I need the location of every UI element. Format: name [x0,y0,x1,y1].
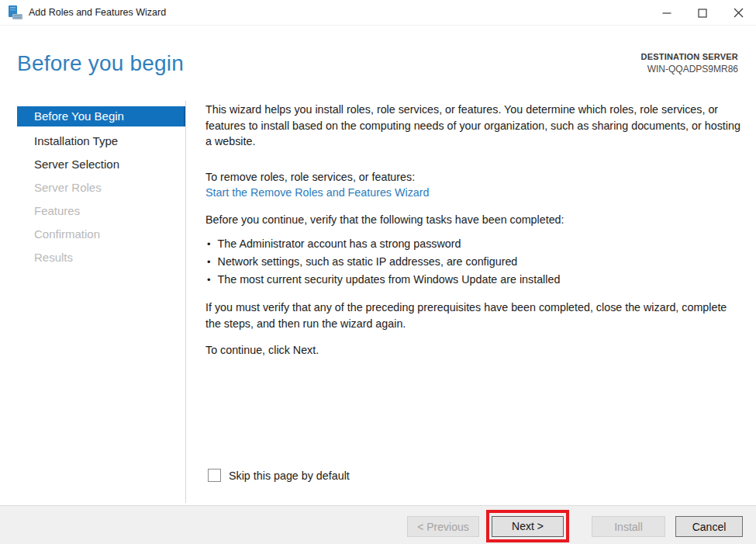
skip-page-row[interactable]: Skip this page by default [208,469,350,482]
verify-intro-text: Before you continue, verify that the fol… [205,212,742,228]
window-controls [649,0,756,26]
add-roles-features-wizard-window: Add Roles and Features Wizard Before you… [0,0,756,544]
skip-page-checkbox-label[interactable]: Skip this page by default [229,470,350,482]
sidebar-item-installation-type[interactable]: Installation Type [17,130,186,153]
install-button[interactable]: Install [592,516,665,537]
wizard-steps-sidebar: Before You Begin Installation Type Serve… [17,106,186,269]
cancel-button[interactable]: Cancel [675,516,743,537]
maximize-icon [698,9,707,18]
sidebar-divider [185,101,186,503]
remove-intro-text: To remove roles, role services, or featu… [205,169,742,185]
titlebar: Add Roles and Features Wizard [0,0,756,26]
next-button[interactable]: Next > [492,516,564,537]
sidebar-item-features: Features [17,199,186,223]
sidebar-item-server-selection[interactable]: Server Selection [17,153,186,176]
skip-page-checkbox[interactable] [208,469,221,482]
prerequisite-task-list: The Administrator account has a strong p… [205,235,742,289]
next-button-highlight: Next > [486,510,569,542]
sidebar-item-server-roles: Server Roles [17,176,186,199]
task-item-updates: The most current security updates from W… [205,271,742,289]
minimize-button[interactable] [649,0,685,26]
remove-roles-features-link[interactable]: Start the Remove Roles and Features Wiza… [205,186,429,199]
continue-hint: To continue, click Next. [205,342,742,359]
previous-button[interactable]: < Previous [407,516,479,537]
sidebar-item-confirmation: Confirmation [17,223,186,246]
close-icon [734,8,744,18]
destination-server-block: DESTINATION SERVER WIN-QQADPS9MR86 [641,52,738,74]
close-button[interactable] [720,0,756,26]
intro-paragraph: This wizard helps you install roles, rol… [205,102,742,150]
minimize-icon [662,9,671,18]
wizard-footer: < Previous Next > Install Cancel [0,505,756,544]
page-title: Before you begin [17,51,184,76]
sidebar-item-before-you-begin[interactable]: Before You Begin [17,106,186,126]
window-title: Add Roles and Features Wizard [29,7,166,18]
task-item-password: The Administrator account has a strong p… [205,235,742,253]
maximize-button[interactable] [685,0,720,26]
server-manager-app-icon [7,5,23,21]
note-paragraph: If you must verify that any of the prece… [205,300,742,331]
sidebar-item-results: Results [17,246,186,269]
task-item-network: Network settings, such as static IP addr… [205,253,742,271]
destination-server-label: DESTINATION SERVER [641,52,738,61]
wizard-content: This wizard helps you install roles, rol… [205,102,742,359]
destination-server-name: WIN-QQADPS9MR86 [641,64,738,74]
